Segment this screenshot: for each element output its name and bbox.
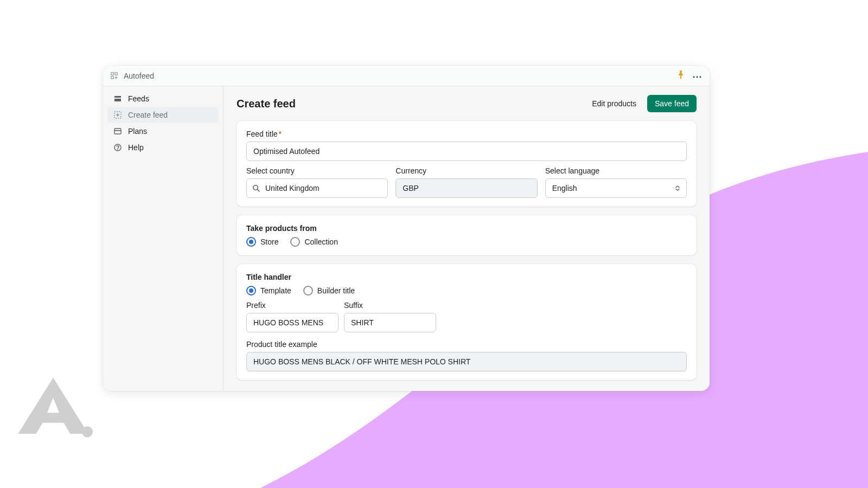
sidebar-item-label: Plans [128, 127, 147, 136]
sidebar-item-label: Feeds [128, 94, 149, 103]
card-feed-basics: Feed title* Select country [237, 121, 697, 207]
card-title-handler: Title handler Template Builder title [237, 264, 697, 380]
sidebar-item-feeds[interactable]: Feeds [107, 91, 219, 107]
save-feed-button[interactable]: Save feed [647, 95, 697, 112]
svg-point-4 [693, 76, 694, 78]
language-label: Select language [545, 166, 687, 175]
sidebar-item-label: Create feed [128, 111, 168, 119]
feed-title-input[interactable] [246, 142, 687, 161]
title-handler-label: Title handler [246, 273, 687, 281]
sidebar-item-plans[interactable]: Plans [107, 123, 219, 139]
example-label: Product title example [246, 340, 687, 349]
svg-rect-11 [114, 130, 121, 131]
radio-source-store[interactable]: Store [246, 237, 278, 247]
radio-source-collection[interactable]: Collection [290, 237, 337, 247]
plans-icon [113, 126, 123, 136]
radio-title-builder[interactable]: Builder title [303, 286, 355, 296]
search-icon [252, 184, 260, 192]
main-content: Create feed Edit products Save feed Feed… [224, 86, 710, 391]
svg-point-5 [696, 76, 698, 78]
svg-point-6 [699, 76, 701, 78]
suffix-input[interactable] [344, 313, 436, 332]
page-header: Create feed Edit products Save feed [237, 95, 697, 112]
app-window: Autofeed Feeds [103, 66, 710, 391]
sidebar-item-label: Help [128, 143, 144, 152]
app-title: Autofeed [124, 72, 154, 80]
app-icon [111, 72, 118, 80]
edit-products-link[interactable]: Edit products [592, 99, 636, 108]
svg-rect-7 [114, 96, 121, 98]
radio-dot-icon [246, 237, 256, 247]
product-title-example [246, 352, 687, 371]
feeds-icon [113, 94, 123, 104]
radio-label: Store [260, 237, 278, 246]
prefix-label: Prefix [246, 301, 339, 310]
chevron-updown-icon [674, 184, 681, 192]
radio-label: Builder title [317, 286, 355, 295]
svg-rect-3 [111, 76, 113, 78]
radio-dot-icon [246, 286, 256, 296]
country-input[interactable] [246, 178, 388, 198]
page-title: Create feed [237, 98, 296, 110]
radio-label: Template [260, 286, 291, 295]
radio-dot-icon [303, 286, 313, 296]
svg-rect-8 [114, 99, 121, 101]
svg-rect-1 [111, 72, 113, 74]
create-feed-icon [113, 110, 123, 120]
prefix-input[interactable] [246, 313, 339, 332]
card-product-source: Take products from Store Collection [237, 215, 697, 255]
radio-title-template[interactable]: Template [246, 286, 291, 296]
take-products-label: Take products from [246, 224, 687, 233]
suffix-label: Suffix [344, 301, 436, 310]
svg-rect-2 [115, 72, 117, 74]
app-titlebar: Autofeed [103, 66, 710, 86]
country-label: Select country [246, 166, 388, 175]
currency-field [395, 178, 537, 198]
currency-label: Currency [395, 166, 537, 175]
svg-rect-10 [114, 129, 121, 134]
language-select[interactable] [545, 178, 687, 198]
svg-point-13 [117, 149, 118, 150]
sidebar: Feeds Create feed Plans [103, 86, 224, 391]
pin-icon[interactable] [677, 70, 685, 81]
sidebar-item-help[interactable]: Help [107, 139, 219, 156]
radio-label: Collection [304, 237, 337, 246]
more-icon[interactable] [692, 71, 702, 81]
svg-point-0 [82, 426, 93, 437]
radio-dot-icon [290, 237, 300, 247]
brand-logo-mark [13, 375, 93, 440]
help-icon [113, 143, 123, 152]
feed-title-label: Feed title* [246, 130, 687, 138]
sidebar-item-create-feed[interactable]: Create feed [107, 107, 219, 123]
